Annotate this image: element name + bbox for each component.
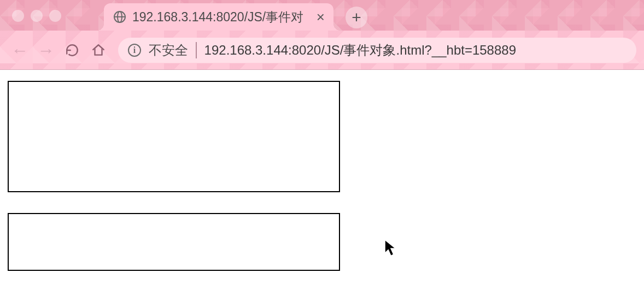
reload-icon bbox=[65, 43, 79, 57]
address-bar[interactable]: i 不安全 192.168.3.144:8020/JS/事件对象.html?__… bbox=[118, 38, 636, 63]
url-text: 192.168.3.144:8020/JS/事件对象.html?__hbt=15… bbox=[204, 42, 516, 59]
browser-chrome: 192.168.3.144:8020/JS/事件对 × + ← → i bbox=[0, 0, 644, 70]
forward-button[interactable]: → bbox=[34, 38, 58, 62]
toolbar: ← → i 不安全 192.168.3.144:8020/JS/事件对象.htm… bbox=[0, 31, 644, 70]
window-controls bbox=[0, 3, 71, 22]
text-input[interactable] bbox=[8, 213, 340, 271]
tab-strip: 192.168.3.144:8020/JS/事件对 × + bbox=[0, 0, 644, 31]
reload-button[interactable] bbox=[60, 38, 84, 62]
window-maximize-button[interactable] bbox=[49, 10, 61, 22]
home-button[interactable] bbox=[86, 38, 110, 62]
arrow-left-icon: ← bbox=[11, 42, 28, 59]
home-icon bbox=[91, 43, 106, 57]
globe-icon bbox=[114, 11, 126, 23]
tab-title: 192.168.3.144:8020/JS/事件对 bbox=[132, 9, 310, 26]
page-content bbox=[0, 70, 644, 282]
separator bbox=[196, 42, 197, 58]
browser-tab[interactable]: 192.168.3.144:8020/JS/事件对 × bbox=[104, 3, 333, 31]
close-tab-button[interactable]: × bbox=[317, 10, 325, 24]
back-button[interactable]: ← bbox=[8, 38, 32, 62]
info-icon[interactable]: i bbox=[128, 44, 141, 57]
arrow-right-icon: → bbox=[37, 42, 55, 59]
security-status-label: 不安全 bbox=[149, 42, 188, 59]
textarea-input[interactable] bbox=[8, 81, 340, 192]
window-minimize-button[interactable] bbox=[31, 10, 43, 22]
window-close-button[interactable] bbox=[12, 10, 24, 22]
plus-icon: + bbox=[352, 9, 361, 26]
new-tab-button[interactable]: + bbox=[346, 7, 367, 28]
